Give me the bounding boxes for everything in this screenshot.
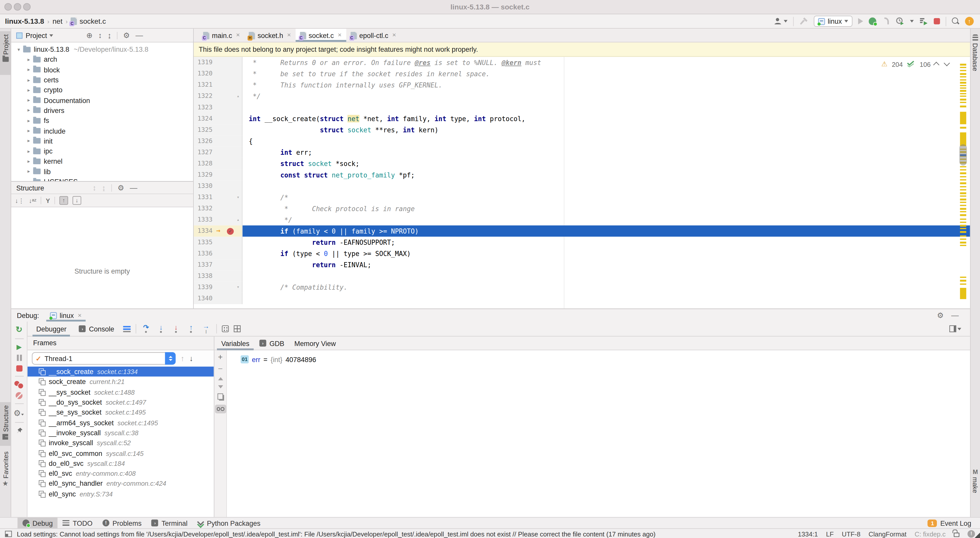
evaluate-expression-icon[interactable] — [222, 325, 229, 332]
tab-socket-h[interactable]: socket.h✕ — [245, 29, 296, 42]
view-options-icon[interactable] — [123, 325, 130, 332]
attach-to-process-icon[interactable] — [882, 16, 890, 26]
structure-panel-title[interactable]: Structure — [16, 184, 44, 191]
move-down-icon[interactable] — [218, 385, 223, 388]
stack-frame[interactable]: __se_sys_socketsocket.c:1495 — [27, 407, 214, 417]
code-line[interactable]: 1325 struct socket **res, int kern) — [194, 124, 970, 135]
profiler-caret-icon[interactable] — [910, 20, 914, 22]
code-line[interactable]: 1336 if (type < 0 || type >= SOCK_MAX) — [194, 248, 970, 259]
event-log-button[interactable]: 1 Event Log — [928, 519, 971, 527]
code-line[interactable]: 1323 — [194, 102, 970, 113]
run-configuration-select[interactable]: linux — [814, 16, 853, 27]
debug-session-tab[interactable]: linux ✕ — [46, 309, 86, 322]
expand-with-children-icon[interactable]: ↓ — [73, 196, 81, 205]
stack-frame[interactable]: do_el0_svcsyscall.c:184 — [27, 458, 214, 468]
code-line[interactable]: 1331▾ /* — [194, 192, 970, 203]
toolwindow-tab-project[interactable]: Project — [0, 31, 11, 75]
stack-frame[interactable]: __do_sys_socketsocket.c:1497 — [27, 397, 214, 407]
file-encoding[interactable]: UTF-8 — [842, 530, 861, 537]
error-stripe-scrollbar[interactable] — [959, 57, 967, 308]
variable-row[interactable]: 01 err = {int} 40784896 — [241, 355, 316, 363]
breadcrumb-file[interactable]: socket.c — [80, 17, 106, 25]
close-window-button[interactable] — [4, 3, 12, 10]
expand-all-icon[interactable]: ↕ — [98, 31, 102, 40]
toolwindow-switcher-icon[interactable] — [5, 530, 12, 536]
toolwindow-button-problems[interactable]: !Problems — [97, 517, 146, 528]
move-up-icon[interactable] — [218, 377, 223, 380]
stack-frame[interactable]: el0_svcentry-common.c:408 — [27, 468, 214, 479]
project-view-caret-icon[interactable] — [49, 34, 53, 37]
close-icon[interactable]: ✕ — [338, 32, 342, 38]
toolwindow-button-todo[interactable]: TODO — [58, 517, 97, 528]
toolwindow-button-terminal[interactable]: ›Terminal — [146, 517, 192, 528]
layout-settings-icon[interactable] — [950, 325, 956, 332]
code-line[interactable]: 1339▾ /* Compatibility. — [194, 281, 970, 293]
toolwindow-button-debug[interactable]: Debug — [18, 517, 58, 528]
collapse-all-icon[interactable]: ↨ — [107, 31, 111, 40]
run-button[interactable] — [858, 16, 863, 26]
code-line[interactable]: 1324int __sock_create(struct net *net, i… — [194, 113, 970, 124]
tree-item-root[interactable]: ▾linux-5.13.8~/Developer/linux-5.13.8 — [11, 44, 193, 55]
tab-memory-view[interactable]: Memory View — [290, 336, 340, 350]
toolwindow-tab-structure[interactable]: Structure — [0, 402, 11, 446]
toolwindow-tab-database[interactable]: Database — [970, 31, 980, 81]
code-line[interactable]: 1338 — [194, 270, 970, 281]
next-problem-icon[interactable] — [944, 60, 950, 66]
tree-item[interactable]: ▸include — [11, 126, 193, 136]
debug-settings-gear-icon[interactable]: ⚙ — [14, 408, 24, 418]
scrollbar-thumb[interactable] — [959, 144, 967, 165]
tab-socket-c[interactable]: socket.c✕ — [296, 29, 346, 42]
tab-variables[interactable]: Variables — [217, 336, 254, 350]
sort-alphabetically-icon[interactable]: ↓ᵃᶻ — [29, 197, 37, 204]
status-message[interactable]: Load settings: Cannot load settings from… — [17, 530, 655, 537]
expand-all-icon[interactable]: ↕ — [92, 183, 96, 192]
tree-item[interactable]: ▸kernel — [11, 156, 193, 167]
pause-icon[interactable] — [17, 355, 22, 361]
tree-item[interactable]: ▸crypto — [11, 85, 193, 95]
code-line[interactable]: 1326{ — [194, 135, 970, 147]
update-available-icon[interactable]: ↑ — [965, 17, 974, 25]
stop-button[interactable] — [934, 16, 940, 26]
debug-button[interactable] — [869, 16, 876, 26]
breadcrumb-project[interactable]: linux-5.13.8 — [5, 17, 44, 25]
hide-panel-icon[interactable]: — — [135, 31, 143, 40]
variables-body[interactable]: + − 01 err = {int} 40784896 — [215, 350, 970, 517]
tree-item[interactable]: ▸certs — [11, 75, 193, 85]
tree-item[interactable]: ▸lib — [11, 167, 193, 177]
rerun-icon[interactable]: ↻ — [16, 325, 22, 334]
code-line[interactable]: 1332 * Check protocol is in range — [194, 203, 970, 214]
thread-stepper-icon[interactable] — [165, 352, 176, 365]
collapse-all-icon[interactable]: ↨ — [102, 183, 106, 192]
hide-panel-icon[interactable]: — — [951, 311, 959, 320]
stack-frame[interactable]: invoke_syscallsyscall.c:52 — [27, 438, 214, 448]
editor-body[interactable]: 1319 * Returns 0 or an error. On failure… — [194, 57, 970, 308]
stack-frame[interactable]: __sock_createsocket.c:1334 — [27, 367, 214, 377]
pin-icon[interactable] — [15, 427, 23, 435]
tab-epoll-ctl-c[interactable]: epoll-ctl.c✕ — [346, 29, 401, 42]
tree-item[interactable]: ▸block — [11, 65, 193, 75]
inspection-widget[interactable]: ⚠ 204 106 — [880, 60, 950, 68]
tree-item[interactable]: ▸Documentation — [11, 95, 193, 105]
caret-position[interactable]: 1334:1 — [798, 530, 818, 537]
resize-grip[interactable] — [974, 533, 980, 538]
force-step-into-icon[interactable]: ↓ — [171, 324, 181, 334]
highlighting-level-icon[interactable]: ! — [967, 530, 975, 537]
stop-icon[interactable] — [16, 365, 22, 371]
project-panel-title[interactable]: Project — [25, 32, 47, 39]
tree-item[interactable]: ▸init — [11, 136, 193, 146]
code-line[interactable]: 1322▴ */ — [194, 90, 970, 102]
frame-up-icon[interactable]: ↑ — [181, 354, 185, 363]
tree-item[interactable]: ▸drivers — [11, 105, 193, 116]
tab-console[interactable]: ›Console — [75, 321, 118, 336]
close-icon[interactable]: ✕ — [236, 32, 240, 38]
gear-icon[interactable]: ⚙ — [937, 311, 944, 320]
code-line[interactable]: 1333▴ */ — [194, 214, 970, 225]
duplicate-icon[interactable] — [218, 394, 223, 400]
lock-icon[interactable] — [954, 533, 959, 537]
code-line[interactable]: 1330 — [194, 181, 970, 192]
toolwindow-button-python-packages[interactable]: Python Packages — [192, 517, 266, 528]
code-line[interactable]: 1320 * be set to true if the socket resi… — [194, 68, 970, 79]
build-hammer-icon[interactable] — [800, 16, 808, 26]
tree-item[interactable]: ▸fs — [11, 116, 193, 126]
tab-main-c[interactable]: main.c✕ — [199, 29, 245, 42]
